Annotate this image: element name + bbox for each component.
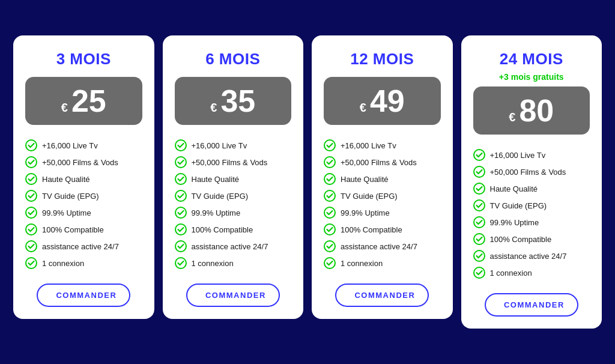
feature-item: 1 connexion [25, 255, 142, 271]
check-icon [175, 257, 187, 269]
feature-item: +50,000 Films & Vods [25, 154, 142, 171]
features-list: +16,000 Live Tv +50,000 Films & Vods Hau… [324, 137, 441, 271]
check-icon [25, 139, 37, 151]
check-icon [175, 190, 187, 202]
feature-text: +50,000 Films & Vods [192, 158, 268, 167]
check-icon [324, 223, 336, 235]
features-list: +16,000 Live Tv +50,000 Films & Vods Hau… [175, 137, 292, 271]
feature-item: 99.9% Uptime [25, 204, 142, 221]
feature-text: 1 connexion [490, 268, 532, 278]
plan-title: 12 MOIS [350, 50, 414, 68]
feature-item: TV Guide (EPG) [473, 197, 590, 214]
pricing-card-plan-6mois: 6 MOIS € 35 +16,000 Live Tv +50,000 Film… [163, 35, 304, 319]
check-icon [25, 240, 37, 252]
feature-text: 99.9% Uptime [42, 208, 91, 217]
feature-item: +50,000 Films & Vods [175, 154, 292, 171]
check-icon [175, 173, 187, 185]
feature-item: Haute Qualité [324, 171, 441, 187]
feature-item: 100% Compatible [324, 221, 441, 238]
plan-title: 3 MOIS [56, 50, 111, 68]
feature-text: +50,000 Films & Vods [341, 158, 417, 167]
feature-item: 1 connexion [324, 255, 441, 271]
feature-item: TV Guide (EPG) [25, 187, 142, 204]
price-amount: 49 [370, 85, 405, 117]
check-icon [25, 223, 37, 235]
feature-item: 1 connexion [175, 255, 292, 271]
feature-text: 100% Compatible [341, 225, 402, 234]
price-amount: 80 [519, 95, 554, 126]
commander-button[interactable]: COMMANDER [37, 284, 130, 307]
check-icon [473, 166, 485, 178]
feature-text: +50,000 Films & Vods [490, 168, 566, 177]
feature-text: TV Guide (EPG) [341, 192, 398, 201]
feature-text: 99.9% Uptime [192, 208, 241, 217]
price-badge: € 49 [324, 77, 441, 125]
feature-text: 99.9% Uptime [490, 218, 539, 227]
check-icon [324, 240, 336, 252]
feature-text: +16,000 Live Tv [341, 141, 396, 150]
check-icon [473, 267, 485, 279]
check-icon [324, 173, 336, 185]
check-icon [175, 156, 187, 168]
feature-text: +16,000 Live Tv [42, 141, 98, 150]
check-icon [324, 156, 336, 168]
feature-text: 100% Compatible [490, 235, 552, 244]
pricing-card-plan-12mois: 12 MOIS € 49 +16,000 Live Tv +50,000 Fil… [312, 35, 453, 319]
price-badge: € 25 [25, 77, 142, 125]
check-icon [175, 207, 187, 219]
check-icon [473, 183, 485, 195]
features-list: +16,000 Live Tv +50,000 Films & Vods Hau… [473, 147, 590, 281]
feature-item: +16,000 Live Tv [175, 137, 292, 154]
feature-text: 100% Compatible [192, 225, 253, 234]
commander-button[interactable]: COMMANDER [485, 293, 578, 317]
feature-text: Haute Qualité [341, 175, 389, 184]
check-icon [175, 223, 187, 235]
feature-item: +16,000 Live Tv [473, 147, 590, 163]
check-icon [25, 173, 37, 185]
feature-text: 1 connexion [341, 259, 383, 268]
feature-text: 1 connexion [42, 259, 84, 268]
feature-text: TV Guide (EPG) [192, 192, 249, 201]
check-icon [25, 156, 37, 168]
feature-text: +50,000 Films & Vods [42, 158, 118, 167]
price-currency: € [360, 101, 366, 115]
plan-title: 6 MOIS [205, 50, 260, 68]
feature-item: 99.9% Uptime [324, 204, 441, 221]
price-currency: € [509, 111, 515, 124]
feature-text: 99.9% Uptime [341, 208, 390, 217]
check-icon [324, 207, 336, 219]
pricing-card-plan-24mois: 24 MOIS +3 mois gratuits € 80 +16,000 Li… [461, 35, 602, 329]
price-currency: € [61, 101, 68, 115]
price-badge: € 80 [473, 86, 590, 135]
feature-item: 99.9% Uptime [473, 214, 590, 231]
feature-item: Haute Qualité [473, 180, 590, 197]
check-icon [25, 257, 37, 269]
check-icon [473, 149, 485, 161]
feature-item: 99.9% Uptime [175, 204, 292, 221]
check-icon [473, 216, 485, 228]
plan-title: 24 MOIS [500, 50, 563, 68]
feature-item: +50,000 Films & Vods [473, 163, 590, 180]
feature-item: +50,000 Films & Vods [324, 154, 441, 171]
commander-button[interactable]: COMMANDER [186, 284, 280, 307]
feature-text: 100% Compatible [42, 225, 104, 234]
feature-item: assistance active 24/7 [473, 247, 590, 264]
commander-button[interactable]: COMMANDER [335, 284, 429, 307]
feature-text: assistance active 24/7 [341, 242, 417, 251]
check-icon [324, 257, 336, 269]
check-icon [473, 233, 485, 245]
feature-text: Haute Qualité [490, 184, 538, 193]
feature-text: +16,000 Live Tv [192, 141, 247, 150]
pricing-container: 3 MOIS € 25 +16,000 Live Tv +50,000 Film… [13, 35, 602, 329]
feature-text: assistance active 24/7 [490, 252, 567, 261]
feature-item: +16,000 Live Tv [324, 137, 441, 154]
feature-text: assistance active 24/7 [192, 242, 268, 251]
feature-item: assistance active 24/7 [175, 238, 292, 255]
check-icon [324, 190, 336, 202]
price-currency: € [210, 101, 217, 115]
check-icon [25, 207, 37, 219]
feature-text: TV Guide (EPG) [42, 192, 99, 201]
feature-item: TV Guide (EPG) [324, 187, 441, 204]
feature-text: 1 connexion [192, 259, 234, 268]
feature-item: 1 connexion [473, 264, 590, 281]
